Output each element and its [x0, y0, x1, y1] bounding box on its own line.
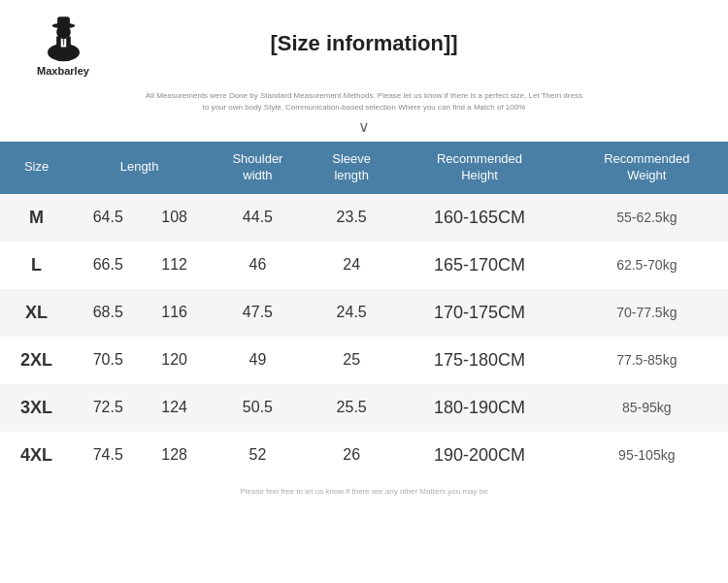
table-cell: 25.5 [310, 384, 393, 432]
table-cell: 190-200CM [393, 432, 565, 479]
table-cell: 85-95kg [566, 384, 728, 432]
table-cell: 74.5 [73, 432, 143, 479]
table-cell: 64.5 [73, 194, 143, 242]
logo-icon [37, 10, 90, 63]
table-cell: 23.5 [310, 194, 393, 242]
page-title: [Size information]] [270, 31, 457, 56]
table-cell: 165-170CM [393, 242, 565, 289]
col-header-length: Length [73, 142, 206, 194]
table-cell: 4XL [0, 432, 73, 479]
subtitle-line2: to your own body Style. Communication-ba… [58, 102, 670, 113]
header: Maxbarley [Size information]] [0, 0, 728, 86]
logo-text: Maxbarley [37, 65, 89, 77]
table-header-row: Size Length Shoulderwidth Sleevelength R… [0, 142, 728, 194]
table-cell: 72.5 [73, 384, 143, 432]
table-cell: 46 [206, 242, 310, 289]
table-cell: 175-180CM [393, 337, 565, 384]
table-row: 3XL72.512450.525.5180-190CM85-95kg [0, 384, 728, 432]
col-header-sleeve: Sleevelength [310, 142, 393, 194]
table-cell: M [0, 194, 73, 242]
svg-rect-7 [57, 16, 70, 26]
table-row: L66.51124624165-170CM62.5-70kg [0, 242, 728, 289]
table-cell: 44.5 [206, 194, 310, 242]
table-cell: 24.5 [310, 289, 393, 337]
table-cell: 47.5 [206, 289, 310, 337]
col-header-weight: RecommendedWeight [566, 142, 728, 194]
table-cell: L [0, 242, 73, 289]
table-cell: 3XL [0, 384, 73, 432]
table-cell: 120 [143, 337, 206, 384]
table-cell: 26 [310, 432, 393, 479]
table-cell: 24 [310, 242, 393, 289]
table-row: 2XL70.51204925175-180CM77.5-85kg [0, 337, 728, 384]
table-row: M64.510844.523.5160-165CM55-62.5kg [0, 194, 728, 242]
table-cell: 95-105kg [566, 432, 728, 479]
table-cell: 70-77.5kg [566, 289, 728, 337]
table-cell: 170-175CM [393, 289, 565, 337]
table-row: XL68.511647.524.5170-175CM70-77.5kg [0, 289, 728, 337]
table-cell: 55-62.5kg [566, 194, 728, 242]
table-cell: 25 [310, 337, 393, 384]
table-cell: 50.5 [206, 384, 310, 432]
page-container: Maxbarley [Size information]] All Measur… [0, 0, 728, 583]
table-cell: 62.5-70kg [566, 242, 728, 289]
table-cell: 2XL [0, 337, 73, 384]
subtitle-line1: All Measurements were Done by Standard M… [58, 90, 670, 102]
table-cell: 49 [206, 337, 310, 384]
table-cell: 68.5 [73, 289, 143, 337]
chevron-icon: ∨ [358, 118, 370, 135]
size-table: Size Length Shoulderwidth Sleevelength R… [0, 142, 728, 479]
table-cell: XL [0, 289, 73, 337]
table-cell: 160-165CM [393, 194, 565, 242]
logo-area: Maxbarley [19, 10, 107, 77]
table-cell: 70.5 [73, 337, 143, 384]
col-header-shoulder: Shoulderwidth [206, 142, 310, 194]
table-cell: 108 [143, 194, 206, 242]
col-header-size: Size [0, 142, 73, 194]
subtitle-area: All Measurements were Done by Standard M… [0, 86, 728, 115]
table-cell: 52 [206, 432, 310, 479]
table-cell: 112 [143, 242, 206, 289]
chevron-area: ∨ [0, 115, 728, 142]
table-cell: 128 [143, 432, 206, 479]
col-header-height: RecommendedHeight [393, 142, 565, 194]
table-cell: 116 [143, 289, 206, 337]
table-cell: 77.5-85kg [566, 337, 728, 384]
footer-note: Please feel free to let us know if there… [0, 479, 728, 502]
table-cell: 180-190CM [393, 384, 565, 432]
table-cell: 124 [143, 384, 206, 432]
table-row: 4XL74.51285226190-200CM95-105kg [0, 432, 728, 479]
table-cell: 66.5 [73, 242, 143, 289]
